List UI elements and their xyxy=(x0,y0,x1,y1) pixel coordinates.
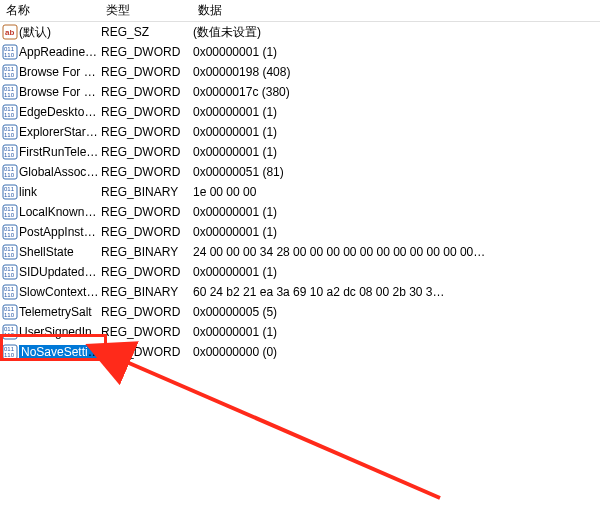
svg-text:110: 110 xyxy=(4,72,15,78)
value-type-cell: REG_DWORD xyxy=(101,165,193,179)
svg-text:110: 110 xyxy=(4,152,15,158)
value-type-cell: REG_DWORD xyxy=(101,45,193,59)
svg-text:110: 110 xyxy=(4,272,15,278)
value-name-text: Browse For Fol… xyxy=(19,85,101,99)
value-data-cell: 0x00000000 (0) xyxy=(193,345,600,359)
value-list: ab(默认)REG_SZ(数值未设置)011110AppReadiness…RE… xyxy=(0,22,600,362)
reg-binary-icon: 011110 xyxy=(2,304,18,320)
svg-text:110: 110 xyxy=(4,312,15,318)
registry-value-row[interactable]: 011110AppReadiness…REG_DWORD0x00000001 (… xyxy=(0,42,600,62)
value-data-cell: 0x00000051 (81) xyxy=(193,165,600,179)
registry-value-row[interactable]: 011110NoSaveSettingsREG_DWORD0x00000000 … xyxy=(0,342,600,362)
svg-text:110: 110 xyxy=(4,92,15,98)
reg-binary-icon: 011110 xyxy=(2,164,18,180)
registry-value-row[interactable]: 011110SIDUpdatedO…REG_DWORD0x00000001 (1… xyxy=(0,262,600,282)
value-name-text: (默认) xyxy=(19,25,51,39)
svg-text:110: 110 xyxy=(4,192,15,198)
svg-text:ab: ab xyxy=(5,28,14,37)
value-data-cell: 0x00000001 (1) xyxy=(193,105,600,119)
value-type-cell: REG_DWORD xyxy=(101,205,193,219)
svg-text:110: 110 xyxy=(4,212,15,218)
value-data-cell: 0x00000001 (1) xyxy=(193,125,600,139)
value-name-text: ShellState xyxy=(19,245,74,259)
registry-value-row[interactable]: 011110ExplorerStartu…REG_DWORD0x00000001… xyxy=(0,122,600,142)
column-header-name[interactable]: 名称 xyxy=(2,2,102,19)
reg-binary-icon: 011110 xyxy=(2,44,18,60)
value-name-cell: LocalKnownFol… xyxy=(19,205,101,219)
value-name-cell: (默认) xyxy=(19,24,101,41)
value-type-cell: REG_DWORD xyxy=(101,305,193,319)
value-type-cell: REG_DWORD xyxy=(101,265,193,279)
reg-binary-icon: 011110 xyxy=(2,284,18,300)
svg-text:110: 110 xyxy=(4,352,15,358)
value-name-text: SlowContextM… xyxy=(19,285,101,299)
registry-value-row[interactable]: 011110TelemetrySaltREG_DWORD0x00000005 (… xyxy=(0,302,600,322)
value-type-cell: REG_DWORD xyxy=(101,105,193,119)
value-data-cell: 0x00000198 (408) xyxy=(193,65,600,79)
value-type-cell: REG_DWORD xyxy=(101,325,193,339)
registry-value-row[interactable]: 011110UserSignedInREG_DWORD0x00000001 (1… xyxy=(0,322,600,342)
value-name-cell: ExplorerStartu… xyxy=(19,125,101,139)
svg-text:110: 110 xyxy=(4,252,15,258)
registry-value-row[interactable]: 011110EdgeDesktopS…REG_DWORD0x00000001 (… xyxy=(0,102,600,122)
svg-text:110: 110 xyxy=(4,172,15,178)
registry-value-row[interactable]: 011110LocalKnownFol…REG_DWORD0x00000001 … xyxy=(0,202,600,222)
reg-binary-icon: 011110 xyxy=(2,144,18,160)
value-type-cell: REG_DWORD xyxy=(101,65,193,79)
svg-text:110: 110 xyxy=(4,292,15,298)
value-type-cell: REG_BINARY xyxy=(101,185,193,199)
value-name-text: Browse For Fol… xyxy=(19,65,101,79)
value-name-text: FirstRunTelem… xyxy=(19,145,101,159)
value-type-cell: REG_SZ xyxy=(101,25,193,39)
registry-value-row[interactable]: ab(默认)REG_SZ(数值未设置) xyxy=(0,22,600,42)
value-name-cell: PostAppInstall… xyxy=(19,225,101,239)
reg-binary-icon: 011110 xyxy=(2,184,18,200)
value-name-cell: Browse For Fol… xyxy=(19,85,101,99)
value-name-text: EdgeDesktopS… xyxy=(19,105,101,119)
value-type-cell: REG_DWORD xyxy=(101,225,193,239)
value-name-cell: ShellState xyxy=(19,245,101,259)
svg-text:110: 110 xyxy=(4,232,15,238)
value-name-text: NoSaveSettings xyxy=(19,345,101,359)
reg-binary-icon: 011110 xyxy=(2,124,18,140)
registry-value-row[interactable]: 011110PostAppInstall…REG_DWORD0x00000001… xyxy=(0,222,600,242)
registry-value-row[interactable]: 011110SlowContextM…REG_BINARY60 24 b2 21… xyxy=(0,282,600,302)
registry-value-row[interactable]: 011110Browse For Fol…REG_DWORD0x0000017c… xyxy=(0,82,600,102)
reg-binary-icon: 011110 xyxy=(2,224,18,240)
registry-value-row[interactable]: 011110GlobalAssocCh…REG_DWORD0x00000051 … xyxy=(0,162,600,182)
value-name-cell: EdgeDesktopS… xyxy=(19,105,101,119)
svg-text:110: 110 xyxy=(4,332,15,338)
value-name-cell: link xyxy=(19,185,101,199)
reg-binary-icon: 011110 xyxy=(2,204,18,220)
svg-line-51 xyxy=(122,360,440,498)
value-data-cell: 0x00000001 (1) xyxy=(193,145,600,159)
value-name-text: AppReadiness… xyxy=(19,45,101,59)
value-data-cell: 60 24 b2 21 ea 3a 69 10 a2 dc 08 00 2b 3… xyxy=(193,285,600,299)
value-name-cell: UserSignedIn xyxy=(19,325,101,339)
value-data-cell: (数值未设置) xyxy=(193,24,600,41)
reg-binary-icon: 011110 xyxy=(2,104,18,120)
reg-binary-icon: 011110 xyxy=(2,324,18,340)
reg-binary-icon: 011110 xyxy=(2,64,18,80)
value-name-cell: Browse For Fol… xyxy=(19,65,101,79)
value-type-cell: REG_DWORD xyxy=(101,85,193,99)
column-header-data[interactable]: 数据 xyxy=(194,2,600,19)
reg-sz-icon: ab xyxy=(2,24,18,40)
value-name-cell: TelemetrySalt xyxy=(19,305,101,319)
registry-value-row[interactable]: 011110linkREG_BINARY1e 00 00 00 xyxy=(0,182,600,202)
svg-text:110: 110 xyxy=(4,52,15,58)
registry-value-row[interactable]: 011110ShellStateREG_BINARY24 00 00 00 34… xyxy=(0,242,600,262)
registry-value-row[interactable]: 011110FirstRunTelem…REG_DWORD0x00000001 … xyxy=(0,142,600,162)
value-name-cell: NoSaveSettings xyxy=(19,345,101,359)
value-name-cell: AppReadiness… xyxy=(19,45,101,59)
value-name-text: UserSignedIn xyxy=(19,325,92,339)
value-data-cell: 0x0000017c (380) xyxy=(193,85,600,99)
column-header-type[interactable]: 类型 xyxy=(102,2,194,19)
value-name-text: LocalKnownFol… xyxy=(19,205,101,219)
registry-value-row[interactable]: 011110Browse For Fol…REG_DWORD0x00000198… xyxy=(0,62,600,82)
value-name-cell: SlowContextM… xyxy=(19,285,101,299)
value-type-cell: REG_BINARY xyxy=(101,285,193,299)
reg-binary-icon: 011110 xyxy=(2,244,18,260)
value-name-cell: GlobalAssocCh… xyxy=(19,165,101,179)
column-header-row: 名称 类型 数据 xyxy=(0,0,600,22)
